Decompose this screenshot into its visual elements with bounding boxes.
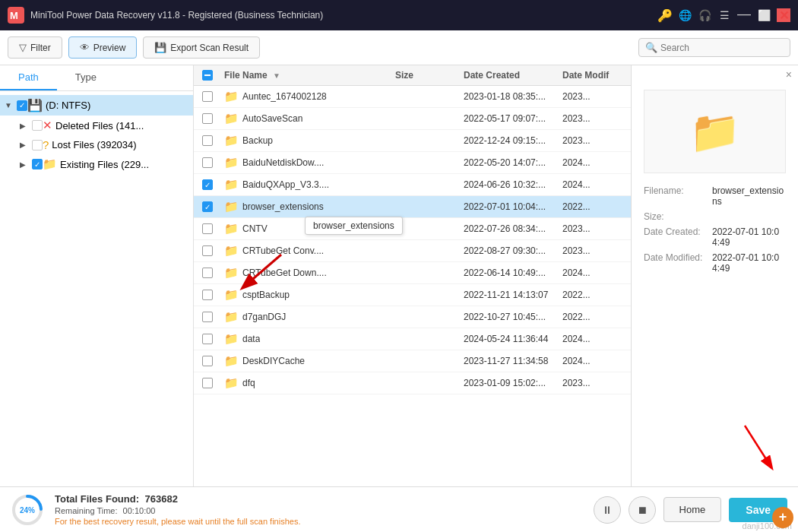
tree-children: ▶ ✕ Deleted Files (141... ▶ ? Lost Files… <box>0 116 193 174</box>
tab-path[interactable]: Path <box>0 65 57 90</box>
row-checkbox[interactable] <box>202 312 213 322</box>
search-input[interactable] <box>660 43 782 53</box>
svg-line-3 <box>745 426 771 467</box>
table-row[interactable]: ✓📁browser_extensionsbrowser_extensions20… <box>194 196 631 218</box>
preview-button[interactable]: 👁 Preview <box>68 36 138 59</box>
row-date-modified: 2024... <box>562 157 631 168</box>
header-name[interactable]: File Name ▼ <box>221 70 395 81</box>
remaining-time: Remaining Time: 00:10:00 <box>55 506 583 515</box>
row-checkbox[interactable]: ✓ <box>202 201 213 212</box>
row-checkbox[interactable] <box>202 245 213 256</box>
row-file-name: CRTubeGet Conv.... <box>242 245 324 256</box>
maximize-button[interactable]: ⬜ <box>757 8 771 22</box>
row-check-col: ✓ <box>194 179 221 190</box>
row-folder-icon: 📁 <box>224 178 239 192</box>
menu-icon[interactable]: ☰ <box>717 8 731 22</box>
svg-text:M: M <box>10 10 18 21</box>
row-folder-icon: 📁 <box>224 310 239 324</box>
stop-button[interactable]: ⏹ <box>629 496 656 524</box>
row-folder-icon: 📁 <box>224 244 239 258</box>
row-folder-icon: 📁 <box>224 156 239 169</box>
row-file-name: AutoSaveScan <box>242 113 302 124</box>
table-row[interactable]: 📁Auntec_16740021282023-01-18 08:35:...20… <box>194 86 631 108</box>
status-bar: 24% Total Files Found: 763682 Remaining … <box>0 486 798 532</box>
tree-existing-files[interactable]: ▶ ✓ 📁 Existing Files (229... <box>15 154 193 174</box>
table-row[interactable]: 📁AutoSaveScan2022-05-17 09:07:...2023... <box>194 108 631 130</box>
table-row[interactable]: 📁Backup2022-12-24 09:15:...2023... <box>194 130 631 152</box>
app-title: MiniTool Power Data Recovery v11.8 - Reg… <box>30 10 658 21</box>
row-folder-icon: 📁 <box>224 376 239 390</box>
root-checkbox[interactable]: ✓ <box>17 100 27 111</box>
tree-deleted-files[interactable]: ▶ ✕ Deleted Files (141... <box>15 116 193 135</box>
header-date-modified[interactable]: Date Modif <box>562 70 631 81</box>
app-logo: M <box>8 7 24 24</box>
table-row[interactable]: 📁csptBackup2022-11-21 14:13:072022... <box>194 284 631 306</box>
tab-type[interactable]: Type <box>57 65 115 90</box>
row-checkbox[interactable] <box>202 290 213 300</box>
existing-checkbox[interactable]: ✓ <box>32 159 43 169</box>
table-row[interactable]: 📁CRTubeGet Conv....2022-08-27 09:30:...2… <box>194 240 631 262</box>
tab-bar: Path Type <box>0 65 193 91</box>
row-checkbox[interactable] <box>202 135 213 146</box>
row-name-col: 📁CRTubeGet Down.... <box>221 266 395 280</box>
row-name-col: 📁browser_extensionsbrowser_extensions <box>221 200 395 214</box>
date-created-value: 2022-07-01 10:04:49 <box>712 226 786 248</box>
lost-checkbox[interactable] <box>32 140 43 150</box>
export-label: Export Scan Result <box>170 43 249 53</box>
close-button[interactable]: ✕ <box>777 8 790 22</box>
tree-area: ▼ ✓ 💾 (D: NTFS) ▶ ✕ Deleted Files (141..… <box>0 91 193 486</box>
row-file-name: Auntec_1674002128 <box>242 91 327 102</box>
expand-icon: ▶ <box>20 141 32 149</box>
row-check-col <box>194 245 221 256</box>
row-checkbox[interactable] <box>202 91 213 102</box>
preview-date-modified-row: Date Modified: 2022-07-01 10:04:49 <box>644 252 786 274</box>
row-file-name: Backup <box>242 135 273 146</box>
table-row[interactable]: 📁d7ganDGJ2022-10-27 10:45:...2022... <box>194 306 631 328</box>
preview-panel: × 📁 Filename: browser_extensions Size: D… <box>631 65 798 486</box>
add-icon-button[interactable]: + <box>772 507 793 528</box>
table-row[interactable]: 📁CNTV2022-07-26 08:34:...2023... <box>194 218 631 240</box>
export-button[interactable]: 💾 Export Scan Result <box>143 36 260 59</box>
row-checkbox[interactable] <box>202 157 213 168</box>
root-label: (D: NTFS) <box>46 100 90 111</box>
row-check-col <box>194 113 221 124</box>
home-button[interactable]: Home <box>663 497 722 522</box>
row-checkbox[interactable] <box>202 268 213 278</box>
row-name-col: 📁d7ganDGJ <box>221 310 395 324</box>
table-row[interactable]: 📁data2024-05-24 11:36:442024... <box>194 328 631 350</box>
header-checkbox[interactable] <box>202 70 213 81</box>
row-checkbox[interactable] <box>202 334 213 344</box>
pause-button[interactable]: ⏸ <box>594 496 621 524</box>
table-row[interactable]: ✓📁BaiduQXApp_V3.3....2024-06-26 10:32:..… <box>194 174 631 196</box>
preview-close-button[interactable]: × <box>786 68 792 81</box>
table-row[interactable]: 📁CRTubeGet Down....2022-06-14 10:49:...2… <box>194 262 631 284</box>
header-size[interactable]: Size <box>395 70 464 81</box>
tree-lost-files[interactable]: ▶ ? Lost Files (392034) <box>15 135 193 154</box>
deleted-checkbox[interactable] <box>32 120 43 131</box>
row-name-col: 📁DeskDIYCache <box>221 354 395 368</box>
row-date-modified: 2024... <box>562 179 631 190</box>
row-date-created: 2022-05-17 09:07:... <box>464 113 562 124</box>
row-file-name: CRTubeGet Down.... <box>242 268 327 278</box>
row-file-name: BaiduQXApp_V3.3.... <box>242 179 329 190</box>
row-checkbox[interactable] <box>202 223 213 234</box>
table-row[interactable]: 📁DeskDIYCache2023-11-27 11:34:582024... <box>194 350 631 372</box>
header-date-created[interactable]: Date Created <box>464 70 562 81</box>
table-row[interactable]: 📁BaiduNetdiskDow....2022-05-20 14:07:...… <box>194 152 631 174</box>
row-name-col: 📁dfq <box>221 376 395 390</box>
minimize-button[interactable]: — <box>737 8 751 22</box>
table-row[interactable]: 📁dfq2023-01-09 15:02:...2023... <box>194 372 631 394</box>
row-date-created: 2024-05-24 11:36:44 <box>464 334 562 344</box>
row-checkbox[interactable] <box>202 113 213 124</box>
row-checkbox[interactable]: ✓ <box>202 179 213 190</box>
row-name-col: 📁Backup <box>221 134 395 147</box>
row-file-name: DeskDIYCache <box>242 356 305 366</box>
headphones-icon[interactable]: 🎧 <box>698 8 711 22</box>
key-icon[interactable]: 🔑 <box>658 8 672 22</box>
row-checkbox[interactable] <box>202 356 213 366</box>
row-file-name: data <box>242 334 260 344</box>
globe-icon[interactable]: 🌐 <box>678 8 692 22</box>
row-checkbox[interactable] <box>202 378 213 388</box>
tree-root[interactable]: ▼ ✓ 💾 (D: NTFS) <box>0 95 193 116</box>
filter-button[interactable]: ▽ Filter <box>8 36 62 59</box>
